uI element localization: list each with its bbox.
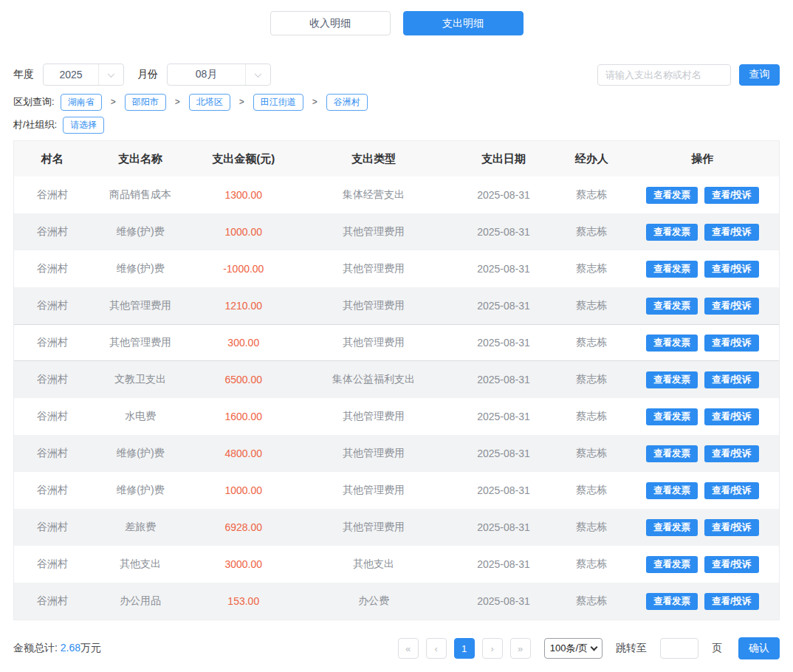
amount-cell: 3000.00: [190, 558, 297, 570]
page-unit-label: 页: [712, 642, 722, 655]
table-row: 谷洲村 维修(护)费 -1000.00 其他管理费用 2025-08-31 蔡志…: [14, 250, 779, 287]
table-row: 谷洲村 其他管理费用 300.00 其他管理费用 2025-08-31 蔡志栋 …: [14, 324, 779, 361]
year-label: 年度: [13, 68, 34, 81]
expense-name-cell: 办公用品: [91, 594, 190, 608]
expense-name-cell: 维修(护)费: [91, 225, 190, 239]
actions-cell: 查看发票 查看/投诉: [626, 519, 779, 536]
pagination-prev-button[interactable]: ‹: [426, 638, 447, 659]
month-select[interactable]: 08月: [167, 64, 271, 86]
table-row: 谷洲村 其他管理费用 1210.00 其他管理费用 2025-08-31 蔡志栋…: [14, 287, 779, 324]
date-cell: 2025-08-31: [450, 300, 557, 312]
view-complaint-button[interactable]: 查看/投诉: [704, 335, 758, 352]
expense-name-cell: 维修(护)费: [91, 484, 190, 497]
expense-type-cell: 其他管理费用: [297, 299, 450, 312]
view-invoice-button[interactable]: 查看发票: [646, 298, 698, 315]
actions-cell: 查看发票 查看/投诉: [626, 482, 779, 499]
operator-cell: 蔡志栋: [557, 336, 626, 349]
breadcrumb-province-button[interactable]: 湖南省: [61, 94, 102, 111]
breadcrumb-district-button[interactable]: 北塔区: [189, 94, 230, 111]
expense-type-cell: 集体公益福利支出: [297, 373, 450, 386]
view-complaint-button[interactable]: 查看/投诉: [704, 519, 758, 536]
view-complaint-button[interactable]: 查看/投诉: [704, 371, 758, 388]
view-complaint-button[interactable]: 查看/投诉: [704, 298, 758, 315]
year-select[interactable]: 2025: [43, 64, 124, 86]
view-complaint-button[interactable]: 查看/投诉: [704, 187, 758, 204]
expense-type-cell: 其他管理费用: [297, 484, 450, 497]
expense-type-cell: 其他支出: [297, 558, 450, 571]
breadcrumb-city-button[interactable]: 邵阳市: [125, 94, 166, 111]
expense-name-cell: 维修(护)费: [91, 262, 190, 275]
table-row: 谷洲村 差旅费 6928.00 其他管理费用 2025-08-31 蔡志栋 查看…: [14, 509, 779, 546]
view-invoice-button[interactable]: 查看发票: [646, 224, 698, 241]
chevron-down-icon: [245, 64, 270, 85]
breadcrumb-separator: >: [111, 97, 116, 107]
header-type: 支出类型: [297, 152, 450, 166]
view-invoice-button[interactable]: 查看发票: [646, 445, 698, 462]
view-invoice-button[interactable]: 查看发票: [646, 261, 698, 278]
operator-cell: 蔡志栋: [557, 410, 626, 423]
village-cell: 谷洲村: [14, 225, 91, 239]
village-cell: 谷洲村: [14, 594, 91, 608]
view-invoice-button[interactable]: 查看发票: [646, 482, 698, 499]
amount-cell: -1000.00: [190, 263, 297, 275]
view-complaint-button[interactable]: 查看/投诉: [704, 593, 758, 610]
search-input[interactable]: [597, 64, 731, 86]
header-actions: 操作: [626, 152, 779, 166]
view-invoice-button[interactable]: 查看发票: [646, 408, 698, 425]
date-cell: 2025-08-31: [450, 521, 557, 533]
expense-detail-page: 收入明细 支出明细 年度 2025 月份 08月 查询 区划查询: 湖南省 > …: [0, 0, 793, 672]
actions-cell: 查看发票 查看/投诉: [626, 445, 779, 462]
jump-page-input[interactable]: [660, 638, 698, 659]
view-complaint-button[interactable]: 查看/投诉: [704, 408, 758, 425]
operator-cell: 蔡志栋: [557, 299, 626, 312]
amount-cell: 1000.00: [190, 484, 297, 496]
view-complaint-button[interactable]: 查看/投诉: [704, 556, 758, 573]
breadcrumb-village-button[interactable]: 谷洲村: [326, 94, 368, 111]
view-complaint-button[interactable]: 查看/投诉: [704, 445, 758, 462]
table-row: 谷洲村 维修(护)费 1000.00 其他管理费用 2025-08-31 蔡志栋…: [14, 472, 779, 509]
total-label: 金额总计:: [13, 642, 58, 654]
village-cell: 谷洲村: [14, 188, 91, 202]
confirm-button[interactable]: 确认: [738, 637, 780, 659]
search-button[interactable]: 查询: [739, 64, 780, 86]
view-invoice-button[interactable]: 查看发票: [646, 187, 698, 204]
expense-type-cell: 其他管理费用: [297, 521, 450, 534]
village-cell: 谷洲村: [14, 262, 91, 275]
amount-cell: 4800.00: [190, 448, 297, 459]
village-cell: 谷洲村: [14, 299, 91, 312]
breadcrumb-separator: >: [312, 97, 317, 107]
view-invoice-button[interactable]: 查看发票: [646, 593, 698, 610]
header-expense-name: 支出名称: [91, 152, 190, 166]
view-invoice-button[interactable]: 查看发票: [646, 519, 698, 536]
operator-cell: 蔡志栋: [557, 484, 626, 497]
view-invoice-button[interactable]: 查看发票: [646, 556, 698, 573]
breadcrumb-separator: >: [175, 97, 180, 107]
amount-cell: 1600.00: [190, 411, 297, 422]
org-row: 村/社组织: 请选择: [13, 116, 780, 134]
date-cell: 2025-08-31: [450, 558, 557, 570]
view-complaint-button[interactable]: 查看/投诉: [704, 261, 758, 278]
expense-table: 村名 支出名称 支出金额(元) 支出类型 支出日期 经办人 操作 谷洲村 商品销…: [13, 140, 780, 620]
breadcrumb-street-button[interactable]: 田江街道: [253, 94, 303, 111]
page-size-select[interactable]: 100条/页: [544, 638, 603, 659]
view-invoice-button[interactable]: 查看发票: [646, 371, 698, 388]
year-value: 2025: [44, 64, 98, 85]
view-complaint-button[interactable]: 查看/投诉: [704, 224, 758, 241]
month-value: 08月: [168, 64, 245, 85]
pagination-first-button[interactable]: «: [398, 638, 419, 659]
footer-bar: 金额总计: 2.68万元 « ‹ 1 › » 100条/页 跳转至 页 确认: [13, 637, 780, 659]
header-operator: 经办人: [557, 152, 626, 166]
tab-expense[interactable]: 支出明细: [403, 11, 523, 35]
pagination-last-button[interactable]: »: [510, 638, 531, 659]
date-cell: 2025-08-31: [450, 374, 557, 385]
table-row: 谷洲村 维修(护)费 1000.00 其他管理费用 2025-08-31 蔡志栋…: [14, 213, 779, 250]
header-amount: 支出金额(元): [190, 152, 297, 166]
pagination-page-1-button[interactable]: 1: [454, 638, 475, 659]
view-invoice-button[interactable]: 查看发票: [646, 335, 698, 352]
org-label: 村/社组织:: [13, 118, 57, 131]
org-select-button[interactable]: 请选择: [63, 117, 104, 134]
expense-name-cell: 水电费: [91, 410, 190, 423]
tab-income[interactable]: 收入明细: [270, 11, 391, 35]
view-complaint-button[interactable]: 查看/投诉: [704, 482, 758, 499]
pagination-next-button[interactable]: ›: [482, 638, 503, 659]
